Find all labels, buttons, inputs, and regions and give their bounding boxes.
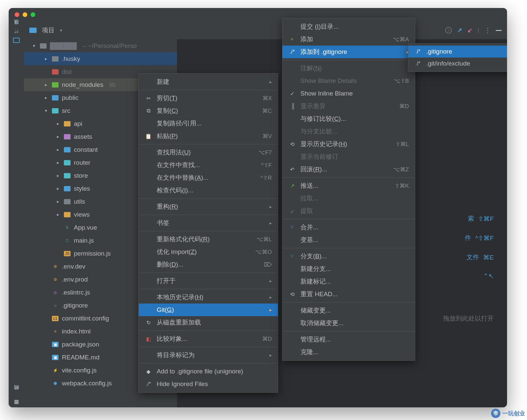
menu-item[interactable]: 克隆... (282, 346, 415, 358)
gitignore-submenu[interactable]: .i*.gitignore.i*.git/info/exclude (408, 43, 507, 72)
chevron-icon[interactable]: ▸ (55, 147, 61, 152)
menu-icon: ⟲ (288, 141, 296, 147)
expand-icon[interactable]: ↗ (457, 27, 462, 34)
submenu-arrow-icon: ▸ (269, 352, 272, 358)
menu-item[interactable]: 复制路径/引用... (139, 117, 278, 130)
menu-item[interactable]: Git(G)▸ (139, 304, 278, 316)
menu-item[interactable]: ✓Show Inline Blame (282, 87, 415, 100)
menu-item[interactable]: ◆Add to .gitignore file (unignore) (139, 365, 278, 378)
menu-item[interactable]: ⟲重置 HEAD... (282, 288, 415, 301)
chevron-icon[interactable]: ▸ (55, 186, 61, 191)
menu-item[interactable]: 本地历史记录(H)▸ (139, 291, 278, 304)
editor-hints: 索⇧⌘F 件^⇧⌘F 文件⌘E ⌃↖ (465, 214, 494, 291)
tree-item-label: .env.prod (62, 276, 88, 283)
menu-item[interactable]: 检查代码(I)... (139, 184, 278, 197)
more-icon[interactable]: ⋮ (484, 26, 490, 34)
tree-item-label: index.html (62, 328, 91, 335)
chevron-icon[interactable]: ▾ (31, 43, 37, 48)
window-close-button[interactable] (15, 12, 19, 17)
chevron-icon[interactable]: ▸ (43, 56, 49, 61)
menu-item[interactable]: .i*.git/info/exclude (408, 58, 507, 70)
menu-item-label: 与修订比较(C)... (300, 114, 409, 123)
menu-item[interactable]: 优化 import(Z)⌥⌘O (139, 246, 278, 258)
menu-icon: ✓ (288, 91, 296, 97)
chevron-icon[interactable]: ▸ (55, 173, 61, 178)
menu-item: 拉取... (282, 192, 415, 205)
menu-item[interactable]: ⑂分支(B)... (282, 250, 415, 263)
menu-item[interactable]: ↗推送...⇧⌘K (282, 179, 415, 192)
project-tool-label[interactable]: 1: 项目 (13, 28, 20, 34)
tree-item[interactable]: ▾██████ – ~/Personal/Perso (24, 39, 177, 52)
tree-item[interactable]: ▸.husky (24, 52, 177, 65)
menu-item[interactable]: ⑂合并... (282, 221, 415, 234)
menu-item[interactable]: 重新格式化代码(R)⌥⌘L (139, 233, 278, 246)
chevron-icon[interactable]: ▸ (43, 82, 49, 87)
menu-item[interactable]: .i*.gitignore (408, 46, 507, 58)
menu-item[interactable]: ✂剪切(T)⌘X (139, 92, 278, 105)
file-icon: ⬡ (64, 238, 71, 243)
menu-item[interactable]: 提交 (I)目录... (282, 20, 415, 33)
menu-icon: ✂ (145, 95, 152, 102)
collapse-icon[interactable]: ↙ (467, 27, 472, 34)
window-minimize-button[interactable] (23, 12, 27, 17)
chevron-icon[interactable]: ▸ (55, 121, 61, 126)
menu-item[interactable]: 新建标记... (282, 275, 415, 288)
menu-item[interactable]: 📋粘贴(P)⌘V (139, 130, 278, 142)
chevron-icon[interactable]: ▸ (55, 199, 61, 204)
context-menu[interactable]: 新建▸✂剪切(T)⌘X⧉复制(C)⌘C复制路径/引用...📋粘贴(P)⌘V查找用… (138, 73, 278, 393)
menu-item-label: 粘贴(P) (157, 132, 258, 140)
view-mode-label[interactable]: 项目 (42, 26, 55, 35)
menu-item[interactable]: .i*Hide Ignored Files (139, 378, 278, 390)
menu-item-label: 重构(R) (157, 202, 265, 211)
menu-item-label: 提取 (300, 207, 409, 215)
window-maximize-button[interactable] (31, 12, 35, 17)
submenu-arrow-icon: ▸ (269, 307, 272, 313)
file-icon: ▣ (52, 355, 59, 360)
menu-item[interactable]: 书签▸ (139, 217, 278, 229)
shortcut-label: ⌥⌘L (257, 236, 272, 243)
tree-item-label: main.js (74, 237, 94, 244)
menu-item[interactable]: 新建分支... (282, 263, 415, 275)
menu-item[interactable]: 在文件中查找...^⇧F (139, 159, 278, 171)
project-icon[interactable] (13, 38, 20, 43)
menu-item[interactable]: 查找用法(U)⌥F7 (139, 146, 278, 159)
chevron-icon[interactable]: ▸ (55, 134, 61, 139)
tree-item-label: README.md (62, 354, 99, 361)
menu-item[interactable]: ⧉复制(C)⌘C (139, 105, 278, 117)
menu-item[interactable]: 管理远程... (282, 333, 415, 346)
menu-item[interactable]: .i*添加到 .gitignore▸ (282, 46, 415, 58)
menu-item[interactable]: 打开于▸ (139, 275, 278, 287)
menu-item[interactable]: 与修订比较(C)... (282, 112, 415, 125)
menu-item[interactable]: 取消储藏变更... (282, 317, 415, 329)
menu-item[interactable]: ↻从磁盘重新加载 (139, 316, 278, 329)
menu-item[interactable]: ↶回滚(R)...⌥⌘Z (282, 163, 415, 176)
menu-item[interactable]: 新建▸ (139, 76, 278, 88)
file-icon (64, 173, 71, 178)
file-icon: ⚙ (52, 264, 59, 269)
menu-item[interactable]: 变基... (282, 234, 415, 246)
menu-item-label: 分支(B)... (300, 252, 409, 261)
menu-item[interactable]: ⟲显示历史记录(H)⇧⌘L (282, 138, 415, 150)
git-submenu[interactable]: 提交 (I)目录...+添加⌥⌘A.i*添加到 .gitignore▸注解(N)… (282, 18, 415, 361)
chevron-down-icon[interactable]: ▾ (60, 28, 62, 33)
menu-item[interactable]: +添加⌥⌘A (282, 33, 415, 46)
menu-icon: ⑂ (288, 253, 296, 259)
chevron-icon[interactable]: ▸ (43, 95, 49, 100)
target-icon[interactable] (445, 27, 452, 34)
chevron-icon[interactable]: ▾ (43, 108, 49, 113)
menu-item[interactable]: ◧比较对象...⌘D (139, 332, 278, 345)
minimize-panel-button[interactable] (496, 30, 502, 31)
menu-item[interactable]: 删除(D)...⌦ (139, 258, 278, 271)
chevron-icon[interactable]: ▸ (55, 212, 61, 217)
menu-item[interactable]: 将目录标记为▸ (139, 349, 278, 361)
menu-icon: .i* (414, 49, 422, 55)
tree-item-label: .gitignore (62, 302, 88, 309)
shortcut-label: ⌥⌘A (393, 36, 409, 43)
chevron-icon[interactable]: ▸ (55, 160, 61, 165)
menu-item-label: 取消储藏变更... (300, 319, 409, 327)
menu-item[interactable]: 在文件中替换(A)...^⇧R (139, 171, 278, 184)
menu-item[interactable]: 重构(R)▸ (139, 200, 278, 213)
menu-item[interactable]: 储藏变更... (282, 304, 415, 317)
structure-icon[interactable]: ▦ (14, 398, 19, 405)
shortcut-label: ⌥⌘O (255, 249, 272, 256)
